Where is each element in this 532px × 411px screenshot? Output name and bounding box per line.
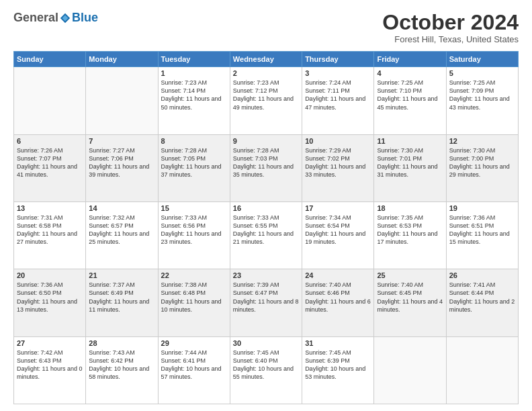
cell-details: Sunrise: 7:45 AMSunset: 6:40 PMDaylight:… (233, 349, 299, 381)
cell-details: Sunrise: 7:41 AMSunset: 6:44 PMDaylight:… (449, 281, 515, 314)
cell-details: Sunrise: 7:42 AMSunset: 6:43 PMDaylight:… (17, 349, 83, 381)
table-cell: 6Sunrise: 7:26 AMSunset: 7:07 PMDaylight… (14, 134, 86, 201)
logo: General Blue (13, 11, 98, 25)
table-cell: 2Sunrise: 7:23 AMSunset: 7:12 PMDaylight… (230, 67, 302, 134)
table-cell: 31Sunrise: 7:45 AMSunset: 6:39 PMDayligh… (302, 336, 374, 404)
cell-details: Sunrise: 7:37 AMSunset: 6:49 PMDaylight:… (89, 281, 154, 314)
day-number: 5 (449, 69, 515, 77)
month-title: October 2024 (382, 11, 519, 34)
cell-details: Sunrise: 7:33 AMSunset: 6:55 PMDaylight:… (233, 214, 299, 246)
day-number: 26 (449, 271, 515, 279)
cell-details: Sunrise: 7:25 AMSunset: 7:09 PMDaylight:… (449, 79, 515, 111)
day-number: 9 (233, 137, 299, 145)
table-cell: 12Sunrise: 7:30 AMSunset: 7:00 PMDayligh… (446, 134, 518, 201)
calendar-week-3: 13Sunrise: 7:31 AMSunset: 6:58 PMDayligh… (14, 201, 519, 269)
day-number: 29 (161, 339, 227, 347)
day-number: 1 (161, 69, 227, 77)
cell-details: Sunrise: 7:35 AMSunset: 6:53 PMDaylight:… (377, 214, 443, 246)
day-number: 8 (161, 137, 227, 145)
table-cell: 27Sunrise: 7:42 AMSunset: 6:43 PMDayligh… (14, 336, 86, 404)
calendar-week-4: 20Sunrise: 7:36 AMSunset: 6:50 PMDayligh… (14, 269, 519, 336)
table-cell (446, 336, 518, 404)
table-cell: 29Sunrise: 7:44 AMSunset: 6:41 PMDayligh… (158, 336, 230, 404)
col-monday: Monday (86, 52, 158, 67)
day-number: 2 (233, 69, 299, 77)
cell-details: Sunrise: 7:28 AMSunset: 7:05 PMDaylight:… (161, 146, 227, 179)
table-cell: 30Sunrise: 7:45 AMSunset: 6:40 PMDayligh… (230, 336, 302, 404)
table-cell: 22Sunrise: 7:38 AMSunset: 6:48 PMDayligh… (158, 269, 230, 336)
table-cell: 18Sunrise: 7:35 AMSunset: 6:53 PMDayligh… (374, 201, 446, 269)
col-sunday: Sunday (14, 52, 86, 67)
cell-details: Sunrise: 7:27 AMSunset: 7:06 PMDaylight:… (89, 146, 154, 179)
cell-details: Sunrise: 7:38 AMSunset: 6:48 PMDaylight:… (161, 281, 227, 314)
day-number: 15 (161, 204, 227, 212)
cell-details: Sunrise: 7:36 AMSunset: 6:50 PMDaylight:… (17, 281, 83, 314)
table-cell: 4Sunrise: 7:25 AMSunset: 7:10 PMDaylight… (374, 67, 446, 134)
day-number: 31 (305, 339, 371, 347)
day-number: 17 (305, 204, 371, 212)
day-number: 25 (377, 271, 443, 279)
col-thursday: Thursday (302, 52, 374, 67)
day-number: 23 (233, 271, 299, 279)
cell-details: Sunrise: 7:30 AMSunset: 7:00 PMDaylight:… (449, 146, 515, 179)
cell-details: Sunrise: 7:40 AMSunset: 6:46 PMDaylight:… (305, 281, 371, 314)
table-cell: 3Sunrise: 7:24 AMSunset: 7:11 PMDaylight… (302, 67, 374, 134)
calendar-week-2: 6Sunrise: 7:26 AMSunset: 7:07 PMDaylight… (14, 134, 519, 201)
table-cell: 14Sunrise: 7:32 AMSunset: 6:57 PMDayligh… (86, 201, 158, 269)
cell-details: Sunrise: 7:24 AMSunset: 7:11 PMDaylight:… (305, 79, 371, 111)
day-number: 21 (89, 271, 154, 279)
cell-details: Sunrise: 7:31 AMSunset: 6:58 PMDaylight:… (17, 214, 83, 246)
cell-details: Sunrise: 7:40 AMSunset: 6:45 PMDaylight:… (377, 281, 443, 314)
cell-details: Sunrise: 7:23 AMSunset: 7:14 PMDaylight:… (161, 79, 227, 111)
day-number: 11 (377, 137, 443, 145)
col-wednesday: Wednesday (230, 52, 302, 67)
day-number: 3 (305, 69, 371, 77)
table-cell: 17Sunrise: 7:34 AMSunset: 6:54 PMDayligh… (302, 201, 374, 269)
calendar-table: Sunday Monday Tuesday Wednesday Thursday… (13, 51, 519, 404)
cell-details: Sunrise: 7:34 AMSunset: 6:54 PMDaylight:… (305, 214, 371, 246)
cell-details: Sunrise: 7:26 AMSunset: 7:07 PMDaylight:… (17, 146, 83, 179)
cell-details: Sunrise: 7:44 AMSunset: 6:41 PMDaylight:… (161, 349, 227, 381)
cell-details: Sunrise: 7:43 AMSunset: 6:42 PMDaylight:… (89, 349, 154, 381)
day-number: 28 (89, 339, 154, 347)
day-number: 19 (449, 204, 515, 212)
table-cell: 1Sunrise: 7:23 AMSunset: 7:14 PMDaylight… (158, 67, 230, 134)
day-number: 12 (449, 137, 515, 145)
logo-general-text: General (13, 11, 58, 25)
page: General Blue October 2024 Forest Hill, T… (0, 0, 532, 411)
cell-details: Sunrise: 7:25 AMSunset: 7:10 PMDaylight:… (377, 79, 443, 111)
day-number: 14 (89, 204, 154, 212)
table-cell: 9Sunrise: 7:28 AMSunset: 7:03 PMDaylight… (230, 134, 302, 201)
day-number: 22 (161, 271, 227, 279)
table-cell (14, 67, 86, 134)
cell-details: Sunrise: 7:39 AMSunset: 6:47 PMDaylight:… (233, 281, 299, 314)
calendar-header-row: Sunday Monday Tuesday Wednesday Thursday… (14, 52, 519, 67)
logo-blue-text: Blue (72, 11, 98, 25)
day-number: 7 (89, 137, 154, 145)
table-cell: 24Sunrise: 7:40 AMSunset: 6:46 PMDayligh… (302, 269, 374, 336)
table-cell: 26Sunrise: 7:41 AMSunset: 6:44 PMDayligh… (446, 269, 518, 336)
cell-details: Sunrise: 7:30 AMSunset: 7:01 PMDaylight:… (377, 146, 443, 179)
day-number: 18 (377, 204, 443, 212)
calendar-week-1: 1Sunrise: 7:23 AMSunset: 7:14 PMDaylight… (14, 67, 519, 134)
table-cell (86, 67, 158, 134)
cell-details: Sunrise: 7:32 AMSunset: 6:57 PMDaylight:… (89, 214, 154, 246)
cell-details: Sunrise: 7:28 AMSunset: 7:03 PMDaylight:… (233, 146, 299, 179)
table-cell: 5Sunrise: 7:25 AMSunset: 7:09 PMDaylight… (446, 67, 518, 134)
table-cell: 8Sunrise: 7:28 AMSunset: 7:05 PMDaylight… (158, 134, 230, 201)
table-cell: 16Sunrise: 7:33 AMSunset: 6:55 PMDayligh… (230, 201, 302, 269)
cell-details: Sunrise: 7:33 AMSunset: 6:56 PMDaylight:… (161, 214, 227, 246)
cell-details: Sunrise: 7:23 AMSunset: 7:12 PMDaylight:… (233, 79, 299, 111)
location: Forest Hill, Texas, United States (382, 34, 519, 44)
col-tuesday: Tuesday (158, 52, 230, 67)
table-cell: 15Sunrise: 7:33 AMSunset: 6:56 PMDayligh… (158, 201, 230, 269)
day-number: 6 (17, 137, 83, 145)
cell-details: Sunrise: 7:45 AMSunset: 6:39 PMDaylight:… (305, 349, 371, 381)
table-cell (374, 336, 446, 404)
cell-details: Sunrise: 7:36 AMSunset: 6:51 PMDaylight:… (449, 214, 515, 246)
table-cell: 23Sunrise: 7:39 AMSunset: 6:47 PMDayligh… (230, 269, 302, 336)
col-saturday: Saturday (446, 52, 518, 67)
table-cell: 19Sunrise: 7:36 AMSunset: 6:51 PMDayligh… (446, 201, 518, 269)
cell-details: Sunrise: 7:29 AMSunset: 7:02 PMDaylight:… (305, 146, 371, 179)
table-cell: 20Sunrise: 7:36 AMSunset: 6:50 PMDayligh… (14, 269, 86, 336)
